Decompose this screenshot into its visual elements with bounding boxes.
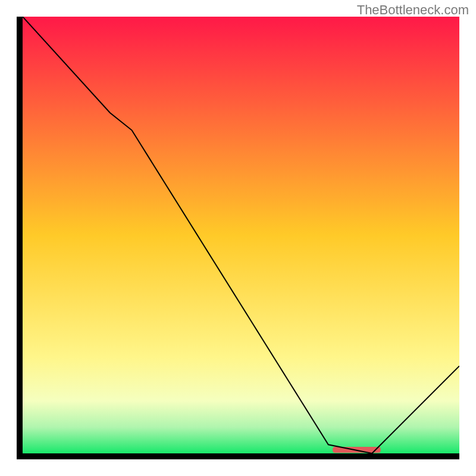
chart-frame <box>17 17 459 459</box>
plot-area <box>23 17 459 453</box>
chart-svg <box>23 17 459 453</box>
y-axis-line <box>17 17 23 459</box>
chart-background-gradient <box>23 17 459 453</box>
x-axis-line <box>17 453 459 459</box>
watermark-text: TheBottleneck.com <box>357 2 469 18</box>
